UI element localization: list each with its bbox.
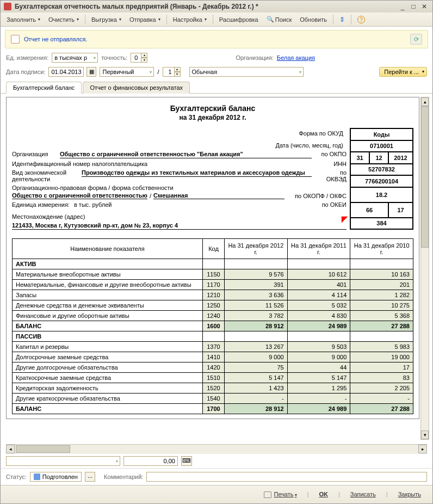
row-code[interactable]: 1370 [203,342,225,352]
close-footer-button[interactable]: Закрыть [392,489,427,500]
row-code[interactable]: 1170 [203,280,225,290]
row-value[interactable]: - [287,394,350,404]
calendar-button[interactable]: ▦ [86,67,96,77]
horizontal-scrollbar[interactable]: ◂ ▸ [6,444,427,454]
row-value[interactable]: 24 989 [287,404,350,414]
row-value[interactable]: 9 576 [225,269,288,280]
scroll-up[interactable]: ▴ [421,97,429,106]
row-value[interactable]: 27 288 [350,321,413,331]
row-value[interactable]: 17 [350,362,413,373]
bottom-combo[interactable] [6,456,120,466]
row-code[interactable]: 1250 [203,300,225,311]
bottom-value[interactable]: 0,00 [123,456,178,466]
calculator-button[interactable]: ⌨ [181,456,192,466]
row-value[interactable]: 1 423 [225,383,288,394]
row-value[interactable]: 3 636 [225,290,288,300]
row-value[interactable]: 201 [350,280,413,290]
row-value[interactable]: 9 000 [287,352,350,362]
refresh-button[interactable]: Обновить [296,15,331,24]
ordinary-combo[interactable]: Обычная [189,67,304,77]
row-value[interactable]: 5 032 [287,300,350,311]
correction-input[interactable]: 1 [163,67,175,77]
status-box[interactable]: Подготовлен [30,472,82,482]
row-code[interactable]: 1540 [203,394,225,404]
clear-button[interactable]: Очистить [45,15,83,24]
send-button[interactable]: Отправка [126,15,164,24]
row-value[interactable]: 5 368 [350,311,413,321]
vertical-scrollbar[interactable]: ▴ ▾ [420,97,429,440]
row-value[interactable]: - [350,394,413,404]
row-value[interactable]: 10 275 [350,300,413,311]
corr-down[interactable]: ▾ [174,72,181,77]
help-button[interactable]: ? [354,14,369,25]
scroll-down[interactable]: ▾ [421,431,429,439]
row-value[interactable]: 13 267 [225,342,288,352]
corr-up[interactable]: ▴ [174,67,181,72]
row-value[interactable]: 83 [350,373,413,383]
row-value[interactable]: 11 526 [225,300,288,311]
row-value[interactable]: 1 282 [350,290,413,300]
notice-refresh-button[interactable]: ⟳ [410,34,422,45]
sign-date-input[interactable]: 01.04.2013 [48,67,84,77]
row-value[interactable]: 1 295 [287,383,350,394]
row-value[interactable]: 3 782 [225,311,288,321]
row-value[interactable]: 2 205 [350,383,413,394]
tab-results[interactable]: Отчет о финансовых результатах [83,82,190,94]
scroll-thumb-v[interactable] [421,106,429,248]
row-value[interactable]: 44 [287,362,350,373]
row-value[interactable]: - [225,394,288,404]
row-code[interactable]: 1420 [203,362,225,373]
minimize-button[interactable]: _ [398,2,407,11]
row-code[interactable]: 1410 [203,352,225,362]
precision-up[interactable]: ▴ [141,53,147,58]
row-code[interactable]: 1600 [203,321,225,331]
maximize-button[interactable]: □ [409,2,418,11]
row-value[interactable]: 391 [225,280,288,290]
goto-button[interactable]: Перейти к ... [379,67,427,77]
ok-button[interactable]: OK [313,489,334,500]
export-button[interactable]: Выгрузка [88,15,125,24]
row-value[interactable]: 4 830 [287,311,350,321]
unit-combo[interactable]: в тысячах р [52,53,98,63]
row-value[interactable]: 28 912 [225,404,288,414]
precision-down[interactable]: ▾ [141,58,147,63]
row-code[interactable]: 1150 [203,269,225,280]
row-value[interactable]: 9 000 [225,352,288,362]
row-value[interactable]: 19 000 [350,352,413,362]
row-code[interactable]: 1240 [203,311,225,321]
row-value[interactable]: 5 147 [225,373,288,383]
row-value[interactable]: 10 163 [350,269,413,280]
primary-combo[interactable]: Первичный [100,67,154,77]
row-value[interactable]: 401 [287,280,350,290]
close-button[interactable]: ✕ [419,2,429,11]
scroll-right[interactable]: ▸ [418,445,427,453]
print-button[interactable]: Печать [258,489,302,500]
save-button[interactable]: Записать [344,489,382,500]
comment-input[interactable] [146,472,427,482]
row-value[interactable]: 4 114 [287,290,350,300]
row-name: БАЛАНС [13,404,203,414]
row-value[interactable]: 5 147 [287,373,350,383]
status-more-button[interactable]: ... [85,472,95,482]
row-value[interactable]: 28 912 [225,321,288,331]
row-code[interactable]: 1510 [203,373,225,383]
scroll-thumb-h[interactable] [16,445,70,453]
tab-balance[interactable]: Бухгалтерский баланс [6,82,82,94]
row-value[interactable]: 27 288 [350,404,413,414]
decode-button[interactable]: Расшифровка [215,15,262,24]
row-value[interactable]: 5 983 [350,342,413,352]
row-value[interactable]: 75 [225,362,288,373]
org-link[interactable]: Белая акация [277,54,315,61]
row-code[interactable]: 1210 [203,290,225,300]
row-value[interactable]: 9 503 [287,342,350,352]
scroll-left[interactable]: ◂ [6,445,15,453]
precision-input[interactable]: 0 [131,53,141,63]
fill-button[interactable]: Заполнить [3,15,44,24]
row-code[interactable]: 1700 [203,404,225,414]
row-code[interactable]: 1520 [203,383,225,394]
expand-button[interactable]: ⇕ [336,14,349,25]
settings-button[interactable]: Настройка [169,15,211,24]
search-button[interactable]: 🔍Поиск [263,14,295,25]
row-value[interactable]: 10 612 [287,269,350,280]
row-value[interactable]: 24 989 [287,321,350,331]
